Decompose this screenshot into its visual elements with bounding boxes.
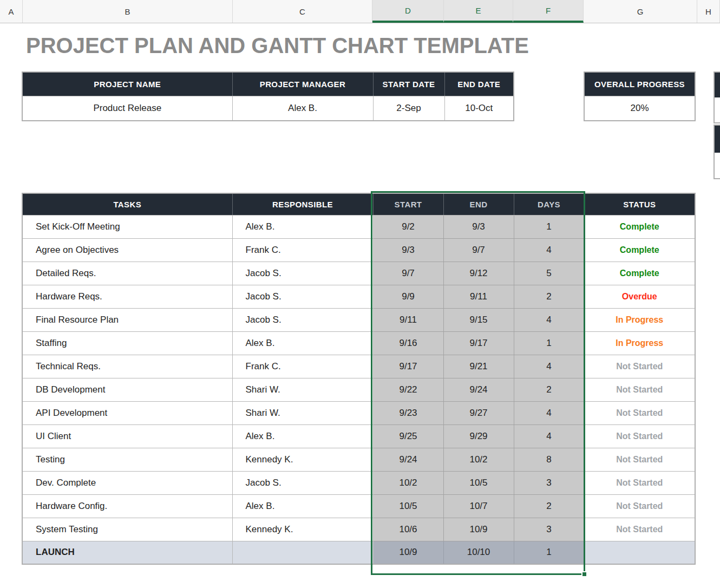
status-cell[interactable]: Not Started [584,518,695,541]
end-cell[interactable]: 10/10 [443,541,514,564]
responsible-cell[interactable]: Frank C. [232,238,373,262]
task-cell[interactable]: API Development [22,401,232,424]
column-header-e[interactable]: E [444,0,513,23]
column-header-a[interactable]: A [0,0,23,23]
start-cell[interactable]: 10/9 [373,541,443,564]
start-cell[interactable]: 9/11 [373,308,443,331]
project-manager-value[interactable]: Alex B. [232,96,373,121]
days-cell[interactable]: 1 [514,331,584,355]
task-cell[interactable]: System Testing [22,518,232,541]
days-cell[interactable]: 4 [514,238,584,262]
days-cell[interactable]: 4 [514,308,584,331]
end-cell[interactable]: 9/15 [443,308,514,331]
responsible-cell[interactable]: Jacob S. [232,308,373,331]
end-cell[interactable]: 9/21 [443,355,514,378]
days-cell[interactable]: 4 [514,355,584,378]
task-cell[interactable]: Final Resource Plan [22,308,232,331]
project-name-value[interactable]: Product Release [22,96,232,121]
end-cell[interactable]: 9/17 [443,331,514,355]
days-cell[interactable]: 8 [514,448,584,471]
start-cell[interactable]: 9/17 [373,355,443,378]
status-cell[interactable]: Not Started [584,424,695,448]
column-header-g[interactable]: G [584,0,697,23]
responsible-cell[interactable]: Jacob S. [232,285,373,308]
column-header-d[interactable]: D [372,0,444,23]
status-cell[interactable]: Not Started [584,448,695,471]
status-header[interactable]: STATUS [584,193,695,215]
project-name-header[interactable]: PROJECT NAME [22,72,232,96]
end-cell[interactable]: 9/3 [443,215,514,238]
task-cell[interactable]: Testing [22,448,232,471]
responsible-cell[interactable]: Shari W. [232,401,373,424]
end-cell[interactable]: 9/27 [443,401,514,424]
task-cell[interactable]: Detailed Reqs. [22,262,232,285]
responsible-cell[interactable] [232,541,373,564]
responsible-cell[interactable]: Kennedy K. [232,448,373,471]
responsible-cell[interactable]: Shari W. [232,378,373,401]
responsible-header[interactable]: RESPONSIBLE [232,193,373,215]
responsible-cell[interactable]: Jacob S. [232,471,373,494]
status-cell[interactable]: Complete [584,215,695,238]
start-cell[interactable]: 9/24 [373,448,443,471]
project-manager-header[interactable]: PROJECT MANAGER [232,72,373,96]
start-cell[interactable]: 9/3 [373,238,443,262]
end-cell[interactable]: 9/11 [443,285,514,308]
days-cell[interactable]: 4 [514,424,584,448]
status-cell[interactable]: Overdue [584,285,695,308]
end-header[interactable]: END [443,193,514,215]
end-cell[interactable]: 9/24 [443,378,514,401]
status-cell[interactable]: Not Started [584,471,695,494]
days-cell[interactable]: 2 [514,285,584,308]
column-header-b[interactable]: B [23,0,233,23]
task-cell[interactable]: Hardware Config. [22,494,232,518]
column-header-c[interactable]: C [233,0,372,23]
page-title[interactable]: PROJECT PLAN AND GANTT CHART TEMPLATE [26,34,529,58]
overall-progress-value[interactable]: 20% [584,96,695,121]
days-cell[interactable]: 2 [514,378,584,401]
task-cell[interactable]: Agree on Objectives [22,238,232,262]
status-cell[interactable]: Not Started [584,401,695,424]
status-cell[interactable]: Complete [584,262,695,285]
start-cell[interactable]: 9/22 [373,378,443,401]
tasks-header[interactable]: TASKS [22,193,232,215]
status-cell[interactable]: Not Started [584,378,695,401]
end-cell[interactable]: 10/2 [443,448,514,471]
days-cell[interactable]: 2 [514,494,584,518]
responsible-cell[interactable]: Jacob S. [232,262,373,285]
start-cell[interactable]: 10/5 [373,494,443,518]
start-cell[interactable]: 9/25 [373,424,443,448]
end-cell[interactable]: 10/9 [443,518,514,541]
column-header-h[interactable]: H [697,0,720,23]
days-cell[interactable]: 1 [514,541,584,564]
start-cell[interactable]: 9/23 [373,401,443,424]
status-cell[interactable]: Not Started [584,355,695,378]
status-cell[interactable] [584,541,695,564]
task-cell[interactable]: UI Client [22,424,232,448]
end-date-header[interactable]: END DATE [444,72,514,96]
start-date-value[interactable]: 2-Sep [373,96,444,121]
start-cell[interactable]: 9/16 [373,331,443,355]
days-header[interactable]: DAYS [514,193,584,215]
start-cell[interactable]: 10/2 [373,471,443,494]
end-cell[interactable]: 9/12 [443,262,514,285]
days-cell[interactable]: 3 [514,518,584,541]
selection-fill-handle[interactable] [581,571,587,577]
responsible-cell[interactable]: Alex B. [232,215,373,238]
end-cell[interactable]: 10/7 [443,494,514,518]
task-cell[interactable]: LAUNCH [22,541,232,564]
days-cell[interactable]: 4 [514,401,584,424]
responsible-cell[interactable]: Frank C. [232,355,373,378]
status-cell[interactable]: In Progress [584,308,695,331]
days-cell[interactable]: 3 [514,471,584,494]
start-cell[interactable]: 9/9 [373,285,443,308]
start-header[interactable]: START [373,193,443,215]
days-cell[interactable]: 5 [514,262,584,285]
status-cell[interactable]: Complete [584,238,695,262]
task-cell[interactable]: DB Development [22,378,232,401]
responsible-cell[interactable]: Alex B. [232,424,373,448]
start-cell[interactable]: 10/6 [373,518,443,541]
responsible-cell[interactable]: Alex B. [232,331,373,355]
end-cell[interactable]: 9/29 [443,424,514,448]
start-date-header[interactable]: START DATE [373,72,444,96]
status-cell[interactable]: In Progress [584,331,695,355]
